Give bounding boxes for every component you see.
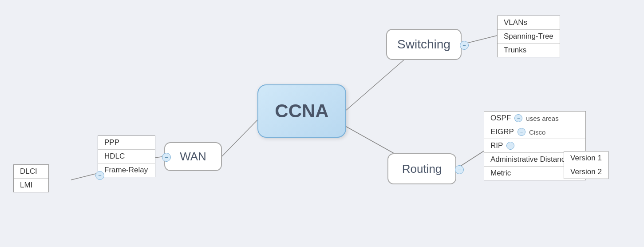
framerelay-list: DLCI LMI bbox=[13, 164, 49, 192]
wan-item-hdlc: HDLC bbox=[98, 150, 155, 163]
switching-list: VLANs Spanning-Tree Trunks bbox=[497, 16, 560, 57]
svg-line-4 bbox=[71, 173, 98, 180]
wan-item-framerelay: Frame-Relay bbox=[98, 163, 155, 177]
wan-node: WAN bbox=[164, 142, 222, 171]
ccna-label: CCNA bbox=[275, 100, 328, 122]
routing-node: Routing bbox=[387, 153, 456, 184]
switching-node: Switching bbox=[386, 29, 462, 60]
ccna-node: CCNA bbox=[257, 84, 346, 138]
wan-item-ppp: PPP bbox=[98, 136, 155, 150]
switching-item-trunks: Trunks bbox=[498, 44, 560, 57]
rip-list: Version 1 Version 2 bbox=[564, 151, 608, 179]
eigrp-collapse-btn[interactable]: − bbox=[518, 128, 525, 136]
framerelay-item-lmi: LMI bbox=[14, 179, 48, 192]
routing-collapse-btn[interactable]: − bbox=[455, 165, 464, 174]
wan-label: WAN bbox=[180, 150, 206, 163]
wan-list: PPP HDLC Frame-Relay bbox=[98, 135, 155, 177]
rip-item-v2: Version 2 bbox=[564, 165, 608, 179]
ospf-collapse-btn[interactable]: − bbox=[514, 114, 522, 122]
switching-item-spanning-tree: Spanning-Tree bbox=[498, 30, 560, 44]
routing-item-ospf: OSPF − uses areas bbox=[484, 112, 585, 125]
switching-collapse-btn[interactable]: − bbox=[460, 41, 469, 50]
wan-collapse-btn[interactable]: − bbox=[162, 153, 171, 162]
rip-item-v1: Version 1 bbox=[564, 151, 608, 165]
switching-label: Switching bbox=[397, 37, 450, 52]
rip-collapse-btn[interactable]: − bbox=[506, 142, 514, 150]
routing-label: Routing bbox=[402, 162, 442, 176]
routing-item-eigrp: EIGRP − Cisco bbox=[484, 125, 585, 139]
framerelay-collapse-btn[interactable]: − bbox=[95, 171, 104, 180]
switching-item-vlans: VLANs bbox=[498, 16, 560, 30]
framerelay-item-dlci: DLCI bbox=[14, 165, 48, 179]
svg-line-1 bbox=[222, 120, 257, 156]
